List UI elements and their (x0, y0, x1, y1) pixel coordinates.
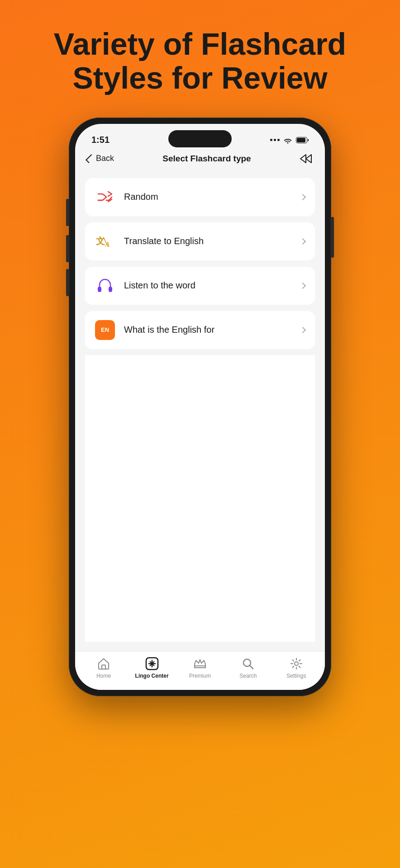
tab-bar: Home Lingo Center (75, 651, 325, 690)
status-time: 1:51 (91, 135, 110, 145)
headphone-icon (95, 276, 115, 296)
phone-frame: 1:51 (69, 118, 331, 696)
home-icon (97, 657, 110, 670)
back-label: Back (96, 154, 114, 163)
tab-settings[interactable]: Settings (278, 657, 314, 679)
phone-mockup: 1:51 (0, 113, 400, 696)
en-text-badge: EN (95, 320, 115, 340)
menu-item-english-for-label: What is the English for (124, 325, 291, 335)
menu-item-listen-label: Listen to the word (124, 280, 291, 291)
chevron-right-icon (300, 238, 306, 245)
tab-lingo-label: Lingo Center (135, 673, 169, 679)
tab-search[interactable]: Search (230, 657, 266, 679)
svg-rect-1 (297, 138, 305, 142)
chevron-left-icon (86, 154, 95, 163)
svg-point-13 (295, 662, 298, 665)
premium-icon (193, 657, 207, 670)
tab-home[interactable]: Home (86, 657, 122, 679)
battery-icon (296, 137, 309, 143)
menu-item-random[interactable]: Random (85, 178, 315, 216)
chevron-right-icon (300, 283, 306, 289)
menu-item-random-label: Random (124, 192, 291, 202)
svg-marker-3 (306, 155, 311, 163)
page-title: Select Flashcard type (162, 154, 251, 164)
chevron-right-icon (300, 327, 306, 333)
shuffle-icon (95, 187, 115, 207)
empty-content-area (85, 355, 315, 642)
lingo-center-icon (145, 657, 159, 670)
hero-title: Variety of Flashcard Styles for Review (0, 0, 400, 113)
signal-icon (270, 139, 280, 141)
chevron-right-icon (300, 194, 306, 200)
content-area: Random 文 A Translate to English (75, 169, 325, 651)
dynamic-island (168, 130, 232, 147)
back-button[interactable]: Back (88, 154, 114, 163)
svg-line-12 (250, 665, 253, 669)
wifi-icon (283, 137, 292, 144)
svg-marker-2 (300, 155, 306, 163)
menu-item-translate-label: Translate to English (124, 236, 291, 246)
svg-rect-8 (109, 287, 112, 292)
menu-item-listen[interactable]: Listen to the word (85, 267, 315, 305)
navigation-bar: Back Select Flashcard type (75, 148, 325, 169)
status-icons (270, 137, 309, 144)
phone-screen: 1:51 (75, 124, 325, 690)
search-icon (241, 657, 255, 670)
menu-item-english-for[interactable]: EN What is the English for (85, 311, 315, 349)
svg-rect-9 (102, 665, 105, 669)
tab-lingo-center[interactable]: Lingo Center (134, 657, 170, 679)
menu-item-translate[interactable]: 文 A Translate to English (85, 222, 315, 260)
settings-icon (290, 657, 303, 670)
en-badge-icon: EN (95, 320, 115, 340)
tab-home-label: Home (96, 673, 111, 679)
rewind-button[interactable] (300, 154, 312, 164)
tab-premium[interactable]: Premium (182, 657, 218, 679)
tab-premium-label: Premium (189, 673, 211, 679)
svg-rect-7 (98, 287, 101, 292)
tab-settings-label: Settings (286, 673, 306, 679)
tab-search-label: Search (239, 673, 257, 679)
translate-icon: 文 A (95, 231, 115, 251)
